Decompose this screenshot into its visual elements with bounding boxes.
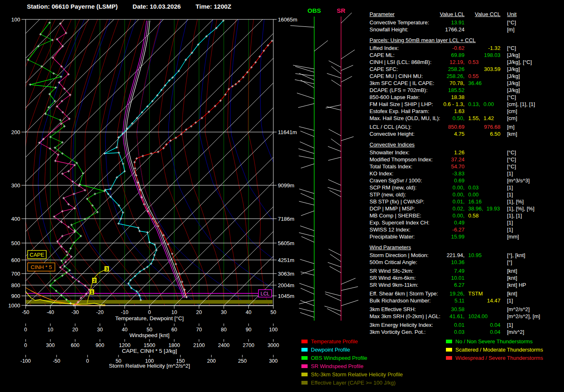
row-label: 3km Effective SRH: (370, 306, 416, 313)
row-label: LCL / CCL (AGL): (370, 123, 412, 130)
row-label: CAPE MU | CINH MU: (370, 73, 423, 80)
obs-barb-column-barb (299, 308, 314, 312)
temp-tick-label: 0 (148, 309, 151, 315)
row-unit: [cm] (507, 115, 517, 122)
table-row: Max 3km SRH (0-2km) | AGL:41.61,1024.00[… (370, 313, 564, 320)
value-lcl: 4.75 (427, 130, 464, 137)
obs-barb-column-barb (299, 149, 314, 153)
value-lcl: -0.62 (427, 45, 464, 52)
row-unit: [1] (507, 226, 513, 233)
table-row: SWISS 12 Index:-6.27[1] (370, 226, 564, 233)
value-lcl: 1.63 (427, 108, 464, 115)
row-label: KO Index: (370, 170, 393, 177)
row-label: 3km SFC CAPE | IL CAPE: (370, 80, 434, 87)
row-label: SR Wind Sfc-2km: (370, 267, 413, 274)
profile-legend-item: Effective Layer (CAPE >= 100 J/kg) (301, 378, 403, 387)
obs-barb-column-barb (293, 65, 314, 69)
cinh-label: CINH * 5 (31, 264, 52, 270)
height-tick-label: 4251m (278, 257, 294, 263)
sr-barb-column-barb (327, 106, 341, 110)
obs-barb-column-barb (301, 211, 314, 216)
wind-tick-label: 60 (171, 327, 177, 333)
height-tick-label: 2004m (278, 282, 294, 288)
table-row: Showalter Index:1.26[°C] (370, 149, 564, 156)
height-tick-label: 11641m (278, 129, 297, 135)
value-lcl: 850.69 (427, 123, 464, 130)
row-label: 850-600 Lapse Rate: (370, 94, 419, 101)
srh-km-badge-label: 2 (93, 278, 95, 283)
value-lcl: 1.26 (427, 149, 464, 156)
sr-barb-column-barb (330, 254, 341, 262)
row-label: Estofex Exp. Hail Param: (370, 108, 429, 115)
srh-tick-label: 300 (269, 358, 278, 364)
legend-label: Effective Layer (CAPE >= 100 J/kg) (311, 380, 396, 386)
wind-tick-label: 10 (47, 327, 53, 333)
pressure-tick-label: 500 (11, 240, 20, 246)
legend-label: SR Windspeed Profile (311, 363, 363, 369)
table-row: CAPE ML:69.89198.03[J/kg] (370, 52, 564, 59)
value-lcl: 13.91 (427, 19, 464, 26)
temp-tick-label: -20 (96, 309, 104, 315)
obs-barb-column-barb (297, 93, 314, 99)
pressure-tick-label: 800 (11, 282, 20, 288)
temp-tick-label: 10 (171, 309, 177, 315)
col-unit: Unit (507, 11, 517, 18)
sr-barb-column-barb (332, 80, 341, 86)
legend-label: OBS Windspeed Profile (311, 355, 367, 361)
obs-barb-column-barb (295, 80, 314, 84)
pressure-tick-label: 900 (11, 293, 20, 299)
row-unit: [1] (507, 184, 513, 191)
value-ccl: 0.04 (464, 328, 500, 335)
value-lcl: 70.78, (427, 80, 464, 87)
table-row: SCP RM (new, old):0.00,0.03[1] (370, 184, 564, 191)
table-row: DCAPE (LFS = 702mB):185.52[J/kg] (370, 87, 564, 94)
table-row: CAPE SFC:258.26303.59[J/kg] (370, 66, 564, 73)
temp-tick-label: 50 (270, 309, 276, 315)
value-lcl: 258.26, (427, 73, 464, 80)
pressure-tick-label: 1000 (8, 302, 20, 309)
row-label: Convective Height: (370, 130, 415, 137)
srh-tick-label: -50 (53, 358, 60, 364)
obs-barb-column-label: OBS (308, 7, 321, 14)
table-row: SR Wind 9km-11km:6.27[knt] HP (370, 281, 564, 288)
value-lcl: 12.19, (427, 59, 464, 66)
row-unit: [°C] (507, 45, 516, 52)
temp-tick-label: -40 (47, 309, 54, 315)
row-label: CAPE ML: (370, 52, 395, 59)
obs-barb-column-barb (299, 156, 314, 159)
row-unit: [knt] (507, 267, 517, 274)
value-lcl: -6.27 (427, 226, 464, 233)
temp-tick-label: -30 (71, 309, 79, 315)
row-unit: [°] (507, 259, 512, 266)
legend-label: Scattered / Moderate Thunderstorms (455, 347, 543, 353)
value-lcl: -3.83 (427, 170, 464, 177)
sr-barb-column-barb (327, 309, 341, 316)
table-row: KO Index:-3.83[1] (370, 170, 564, 177)
wind-tick-label: 100 (269, 327, 278, 333)
temp-axis-title: Temperature, Dewpoint [°C] (115, 315, 184, 321)
severity-legend: No / Non Severe ThunderstormsScattered /… (446, 337, 543, 362)
obs-barb-column-barb (300, 226, 314, 231)
row-label: DCAPE (LFS = 702mB): (370, 87, 428, 94)
value-lcl: 1766.24 (427, 26, 464, 33)
value-lcl: 41.61, (427, 313, 464, 320)
table-row: SR Wind Sfc-2km:7.49[knt] (370, 267, 564, 274)
severity-legend-item: No / Non Severe Thunderstorms (446, 337, 543, 345)
temp-tick-label: -50 (22, 309, 29, 315)
table-row: Convective Height:4.756.50[km] (370, 130, 564, 137)
moist-adiabat (248, 19, 269, 305)
axes: 100200300400500600700800900100016065m116… (8, 17, 297, 369)
legend-label: Sfc-3km Storm Relative Helicity Profile (311, 371, 403, 378)
table-row: SB STP (fix) | CWASP:0.01,16.16[1], [%] (370, 198, 564, 205)
sr-barb-column-barb (341, 76, 352, 82)
srh-tick-label: 200 (207, 358, 216, 364)
wind-tick-label: 70 (196, 327, 202, 333)
wind-tick-label: 20 (72, 327, 78, 333)
value-lcl: 0.02, (427, 205, 464, 212)
isotherm-line (100, 19, 386, 306)
value-lcl: 185.52 (427, 87, 464, 94)
temp-tick-label: 40 (246, 309, 251, 315)
wind-tick-label: 90 (246, 327, 251, 333)
row-unit: [m^2/s^2] (507, 306, 530, 313)
height-tick-label: 5605m (278, 240, 294, 246)
